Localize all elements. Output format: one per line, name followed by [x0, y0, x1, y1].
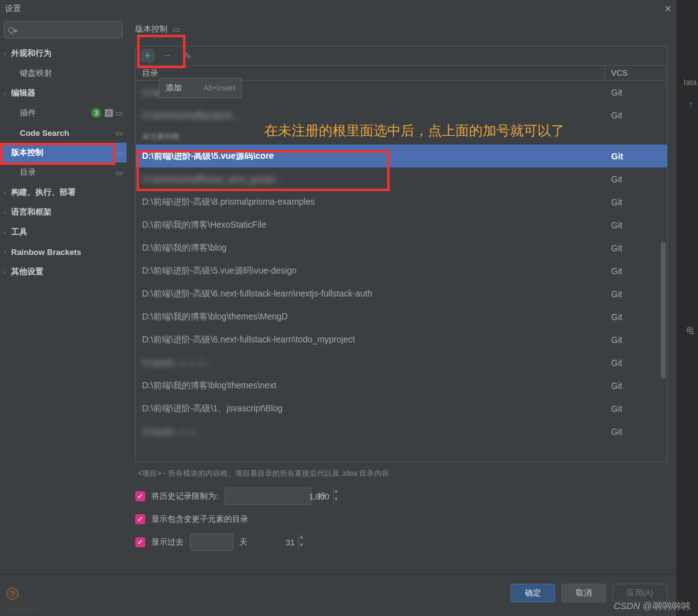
- sidebar-item-label: 外观和行为: [11, 48, 123, 59]
- annotation-text: 在未注册的根里面选中后，点上面的加号就可以了: [264, 122, 565, 140]
- table-row[interactable]: D:\前端\进阶-高级\5.vue源码\vue-designGit: [136, 259, 667, 282]
- cell-path: D:\前端\进阶-高级\5.vue源码\core: [136, 151, 605, 162]
- checkbox-history[interactable]: ✓: [135, 491, 145, 501]
- cell-path: D:\前端\我的博客\blog\themes\MengD: [136, 311, 605, 323]
- sidebar-item[interactable]: ›其他设置: [0, 262, 127, 282]
- checkbox-past[interactable]: ✓: [135, 537, 145, 547]
- table-row[interactable]: D:\前端\我的博客\blog\themes\nextGit: [136, 374, 667, 397]
- table-row[interactable]: D:\work\...\...\...\...Git: [136, 351, 667, 374]
- option-label: 显示包含变更子元素的目录: [151, 514, 248, 525]
- add-tooltip: 添加 Alt+Insert: [159, 78, 242, 98]
- cell-vcs: Git: [605, 197, 667, 207]
- sidebar-item[interactable]: Code Search▭: [0, 123, 127, 143]
- table-row[interactable]: D:\work\workall\lscas_wms_group\...Git: [136, 167, 667, 190]
- sidebar-item-label: 版本控制: [11, 147, 115, 158]
- column-vcs[interactable]: VCS: [605, 66, 667, 80]
- cell-vcs: Git: [605, 220, 667, 230]
- cell-path: D:\前端\进阶-高级\1、jsvascript\Blog: [136, 403, 605, 414]
- scrollbar[interactable]: [661, 242, 666, 378]
- sidebar-item[interactable]: ›外观和行为: [0, 43, 127, 63]
- vcs-toolbar: + − ✎: [135, 46, 668, 65]
- cell-vcs: Git: [605, 404, 667, 414]
- table-row[interactable]: D:\前端\进阶-高级\5.vue源码\coreGit: [136, 145, 667, 167]
- sidebar-item[interactable]: ›编辑器: [0, 83, 127, 103]
- cell-vcs: Git: [605, 243, 667, 253]
- table-row[interactable]: D:\work\...\...\...Git: [136, 420, 667, 443]
- sidebar-item-label: 语言和框架: [11, 207, 123, 218]
- sidebar-item-label: 构建、执行、部署: [11, 187, 123, 198]
- ok-button[interactable]: 确定: [511, 584, 555, 602]
- sidebar-item[interactable]: ›版本控制▭: [0, 143, 127, 163]
- chevron-right-icon: ›: [4, 50, 11, 57]
- table-row[interactable]: D:\前端\进阶-高级\1、jsvascript\BlogGit: [136, 397, 667, 420]
- apply-button[interactable]: 应用(A): [612, 584, 668, 602]
- cell-vcs: Git: [605, 151, 667, 161]
- sidebar-item[interactable]: ›构建、执行、部署: [0, 182, 127, 202]
- sidebar-item-label: 插件: [20, 107, 91, 118]
- chevron-right-icon: ›: [4, 209, 11, 216]
- option-suffix: 行: [318, 491, 326, 502]
- sidebar-item-label: Code Search: [20, 128, 115, 138]
- sidebar-item-label: 工具: [11, 226, 123, 238]
- option-history-limit: ✓ 将历史记录限制为: ▲▼ 行: [135, 488, 668, 505]
- link-icon: ▭: [115, 128, 123, 138]
- sidebar-item[interactable]: 键盘映射: [0, 63, 127, 83]
- remove-button[interactable]: −: [161, 49, 174, 63]
- cell-path: D:\前端\进阶-高级\6.next-fullstack-learn\nextj…: [136, 288, 605, 300]
- link-icon: ▭: [172, 25, 180, 34]
- editor-gutter-strip: lata ↑ 电: [676, 0, 698, 616]
- cell-vcs: Git: [605, 381, 667, 391]
- cell-vcs: Git: [605, 174, 667, 184]
- search-input[interactable]: Q▸: [4, 21, 123, 38]
- table-row[interactable]: D:\前端\我的博客\HexoStaticFileGit: [136, 213, 667, 236]
- spin-up-icon[interactable]: ▲: [334, 488, 339, 496]
- sidebar-item[interactable]: ›语言和框架: [0, 202, 127, 222]
- sidebar-item[interactable]: 目录▭: [0, 163, 127, 182]
- chevron-right-icon: ›: [4, 269, 11, 275]
- table-row[interactable]: D:\前端\我的博客\blogGit: [136, 236, 667, 259]
- cell-path: D:\前端\进阶-高级\5.vue源码\vue-design: [136, 266, 605, 277]
- option-label: 将历史记录限制为:: [151, 491, 218, 502]
- cancel-button[interactable]: 取消: [562, 584, 606, 602]
- checkbox-changed[interactable]: ✓: [135, 514, 145, 524]
- sidebar-item-label: Rainbow Brackets: [11, 248, 123, 257]
- cell-vcs: Git: [605, 110, 667, 120]
- sidebar-item-label: 键盘映射: [20, 68, 123, 79]
- breadcrumb-label: 版本控制: [135, 24, 168, 35]
- spin-down-icon[interactable]: ▼: [299, 542, 304, 550]
- tooltip-shortcut: Alt+Insert: [204, 84, 235, 92]
- watermark: CSDN @呐呐呐呐.: [614, 600, 692, 612]
- search-icon: Q▸: [8, 25, 19, 35]
- sidebar-item-label: 编辑器: [11, 87, 123, 99]
- sidebar-item-label: 其他设置: [11, 266, 123, 277]
- table-row[interactable]: D:\前端\进阶-高级\8.prisma\prisma-examplesGit: [136, 190, 667, 213]
- edit-button[interactable]: ✎: [181, 49, 194, 63]
- table-row[interactable]: D:\前端\进阶-高级\6.next-fullstack-learn\nextj…: [136, 282, 667, 305]
- badge: 3: [91, 108, 101, 118]
- cell-vcs: Git: [605, 289, 667, 299]
- table-row[interactable]: D:\前端\我的博客\blog\themes\MengDGit: [136, 305, 667, 328]
- cell-path: D:\work\workall\lscas_wms_group\...: [136, 174, 605, 184]
- cell-path: D:\前端\进阶-高级\8.prisma\prisma-examples: [136, 197, 605, 208]
- settings-main-panel: 版本控制 ▭ + − ✎ 目录 VCS D:\work\workall\...G…: [127, 17, 676, 574]
- spin-down-icon[interactable]: ▼: [334, 496, 339, 504]
- help-icon[interactable]: ?: [6, 587, 19, 600]
- sidebar-item-label: 目录: [20, 167, 115, 178]
- cell-path: D:\前端\我的博客\blog: [136, 243, 605, 254]
- sidebar-item[interactable]: ›Rainbow Brackets: [0, 242, 127, 262]
- spin-up-icon[interactable]: ▲: [299, 534, 304, 542]
- close-icon[interactable]: ×: [664, 2, 671, 16]
- table-row[interactable]: D:\前端\进阶-高级\6.next-fullstack-learn\todo_…: [136, 328, 667, 351]
- cell-vcs: Git: [605, 335, 667, 345]
- window-title: 设置: [5, 3, 21, 14]
- add-button[interactable]: +: [141, 49, 154, 63]
- history-limit-field[interactable]: [225, 492, 333, 501]
- cell-path: D:\前端\进阶-高级\6.next-fullstack-learn\todo_…: [136, 334, 605, 346]
- history-limit-input[interactable]: ▲▼: [225, 488, 311, 505]
- days-input[interactable]: ▲▼: [190, 533, 233, 551]
- sidebar-item[interactable]: 插件3🅰 ▭: [0, 103, 127, 123]
- cell-path: D:\前端\我的博客\blog\themes\next: [136, 380, 605, 391]
- arrow-up-icon: ↑: [688, 99, 693, 110]
- sidebar-item[interactable]: ›工具: [0, 222, 127, 242]
- cell-vcs: Git: [605, 87, 667, 97]
